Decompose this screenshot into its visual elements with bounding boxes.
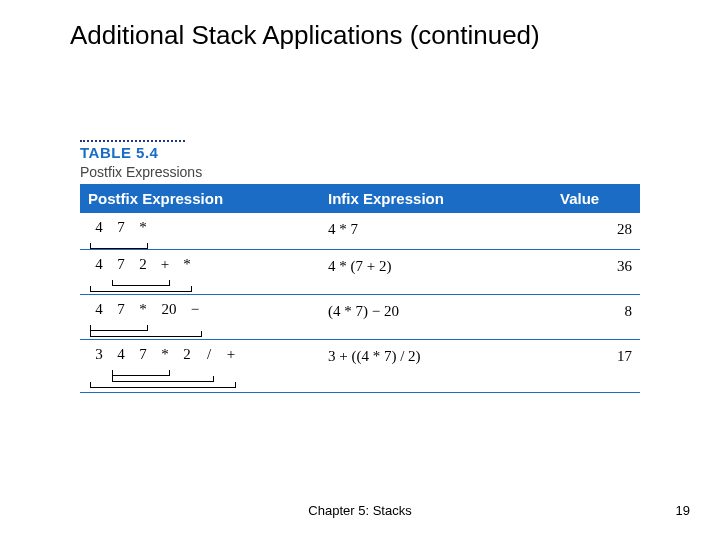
footer-page-number: 19: [676, 503, 690, 518]
value-cell: 17: [520, 344, 640, 369]
token: 20: [154, 301, 184, 318]
table-row: 47*20− (4 * 7) − 20 8: [80, 295, 640, 340]
infix-cell: (4 * 7) − 20: [320, 299, 520, 324]
postfix-cell: 347*2/+: [80, 344, 320, 376]
token: /: [198, 346, 220, 363]
table-caption: Postfix Expressions: [80, 164, 640, 180]
token: +: [154, 256, 176, 273]
token: *: [132, 219, 154, 236]
token: −: [184, 301, 206, 318]
token: 7: [110, 256, 132, 273]
footer-chapter: Chapter 5: Stacks: [0, 503, 720, 518]
token: 7: [110, 219, 132, 236]
infix-cell: 4 * (7 + 2): [320, 254, 520, 279]
table-header-row: Postfix Expression Infix Expression Valu…: [80, 184, 640, 213]
token: *: [132, 301, 154, 318]
token: *: [154, 346, 176, 363]
token: 2: [176, 346, 198, 363]
table-row: 472+* 4 * (7 + 2) 36: [80, 250, 640, 295]
postfix-cell: 47*: [80, 217, 320, 249]
header-infix: Infix Expression: [320, 184, 520, 213]
token: +: [220, 346, 242, 363]
table-row: 47* 4 * 7 28: [80, 213, 640, 250]
token: 3: [88, 346, 110, 363]
postfix-cell: 472+*: [80, 254, 320, 286]
bracket: [90, 286, 192, 292]
token: 4: [88, 301, 110, 318]
infix-cell: 4 * 7: [320, 217, 520, 242]
infix-cell: 3 + ((4 * 7) / 2): [320, 344, 520, 369]
header-postfix: Postfix Expression: [80, 184, 320, 213]
dotted-rule: [80, 140, 185, 142]
value-cell: 8: [520, 299, 640, 324]
table-label: TABLE 5.4: [80, 144, 640, 161]
token: 7: [132, 346, 154, 363]
bracket: [90, 331, 202, 337]
bracket: [90, 243, 148, 249]
token: 4: [88, 256, 110, 273]
token: 4: [88, 219, 110, 236]
table-row: 347*2/+ 3 + ((4 * 7) / 2) 17: [80, 340, 640, 393]
token: *: [176, 256, 198, 273]
table-container: TABLE 5.4 Postfix Expressions Postfix Ex…: [80, 140, 640, 393]
value-cell: 36: [520, 254, 640, 279]
token: 7: [110, 301, 132, 318]
value-cell: 28: [520, 217, 640, 242]
token: 4: [110, 346, 132, 363]
token: 2: [132, 256, 154, 273]
bracket: [90, 382, 236, 388]
header-value: Value: [520, 184, 640, 213]
slide-title: Additional Stack Applications (continued…: [70, 20, 540, 51]
postfix-cell: 47*20−: [80, 299, 320, 331]
